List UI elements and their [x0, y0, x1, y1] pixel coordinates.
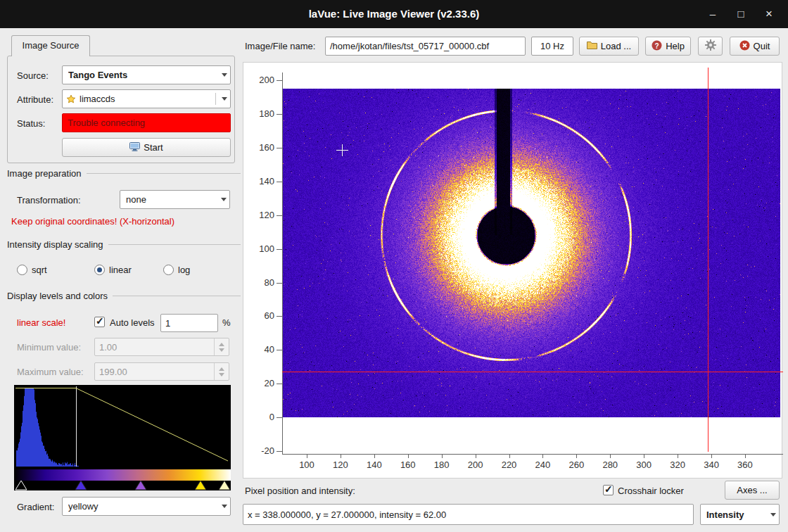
- quit-button-label: Quit: [754, 41, 770, 51]
- minimum-value-input[interactable]: 1.00: [94, 338, 229, 356]
- radio-log[interactable]: log: [163, 264, 190, 275]
- tab-image-source[interactable]: Image Source: [11, 35, 90, 56]
- gradient-combo[interactable]: yellowy: [62, 497, 231, 516]
- axes-button-label: Axes ...: [737, 485, 767, 495]
- file-name-label: Image/File name:: [245, 41, 315, 52]
- attribute-value: limaccds: [80, 94, 211, 104]
- x-tick-label: 200: [460, 460, 491, 471]
- start-button[interactable]: Start: [62, 138, 231, 157]
- chevron-down-icon: [222, 505, 227, 508]
- spinner-arrows-icon[interactable]: [214, 338, 224, 355]
- axes-button[interactable]: Axes ...: [725, 481, 780, 500]
- transformation-value: none: [126, 194, 218, 205]
- pixel-position-input[interactable]: x = 338.000000, y = 27.000000, intensity…: [243, 504, 694, 525]
- y-tick-label: 100: [243, 243, 274, 255]
- x-tick-label: 300: [628, 460, 659, 471]
- percent-label: %: [222, 317, 231, 329]
- radio-sqrt[interactable]: sqrt: [17, 264, 47, 275]
- status-field: Trouble connecting: [62, 113, 231, 132]
- diffraction-image-canvas[interactable]: [283, 89, 780, 417]
- x-tick-label: 100: [291, 460, 322, 471]
- y-tick-label: 20: [243, 378, 274, 389]
- refresh-rate-field[interactable]: 10 Hz: [531, 37, 573, 56]
- gradient-label: Gradient:: [17, 502, 54, 513]
- crosshair-locker-checkbox[interactable]: [603, 485, 614, 495]
- gradient-value: yellowy: [68, 501, 219, 512]
- x-tick-label: 220: [494, 460, 525, 471]
- quit-icon: [739, 40, 750, 53]
- y-tick-label: 140: [243, 176, 274, 187]
- x-tick-label: 340: [696, 460, 727, 471]
- radio-linear[interactable]: linear: [94, 264, 132, 275]
- coordinates-note: Keep original coordinates! (X-horizontal…: [11, 216, 174, 227]
- x-tick-label: 120: [325, 460, 356, 471]
- y-tick-label: 40: [243, 344, 274, 355]
- help-icon: ?: [652, 40, 662, 53]
- y-tick-label: 200: [243, 75, 274, 86]
- titlebar: laVue: Live Image Viewer (v2.33.6) – □ ×: [0, 0, 788, 28]
- x-tick-label: 140: [359, 460, 390, 471]
- window-title: laVue: Live Image Viewer (v2.33.6): [0, 0, 788, 28]
- x-tick-label: 240: [527, 460, 558, 471]
- y-tick-label: -20: [243, 445, 274, 457]
- auto-levels-input[interactable]: 1: [160, 314, 218, 332]
- intensity-scaling-header: Intensity display scaling: [7, 239, 241, 250]
- maximum-value-input[interactable]: 199.00: [94, 362, 229, 381]
- transformation-label: Transformation:: [17, 195, 81, 206]
- folder-icon: [587, 41, 597, 51]
- chevron-down-icon: [221, 198, 227, 201]
- mouse-crosshair-cursor: [336, 144, 348, 156]
- display-levels-header: Display levels and colors: [7, 291, 241, 301]
- maximize-button[interactable]: □: [732, 5, 750, 23]
- y-tick-label: 160: [243, 142, 274, 153]
- x-tick-label: 160: [393, 460, 424, 471]
- plot-area[interactable]: 200180160140120100806040200-201001201401…: [243, 62, 782, 479]
- settings-button[interactable]: [698, 37, 723, 56]
- x-tick-label: 260: [561, 460, 592, 471]
- close-button[interactable]: ×: [760, 5, 778, 23]
- source-combo[interactable]: Tango Events: [62, 65, 231, 84]
- histogram-widget[interactable]: [14, 385, 231, 490]
- auto-levels-label: Auto levels: [110, 317, 155, 329]
- load-button-label: Load ...: [601, 41, 631, 51]
- y-tick-label: 120: [243, 210, 274, 221]
- chevron-down-icon: [770, 513, 776, 517]
- star-icon: [66, 94, 76, 104]
- chevron-down-icon: [222, 73, 227, 77]
- scaling-radio-row: sqrtlinearlog: [0, 264, 242, 277]
- help-button[interactable]: ? Help: [645, 37, 691, 56]
- display-mode-combo[interactable]: Intensity: [700, 504, 780, 525]
- x-tick-label: 360: [730, 460, 761, 471]
- crosshair-horizontal[interactable]: [282, 372, 783, 372]
- histogram-canvas[interactable]: [14, 385, 231, 468]
- transformation-combo[interactable]: none: [120, 190, 230, 209]
- file-name-input[interactable]: /home/jkotan/files/tst_05717_00000.cbf: [325, 37, 526, 56]
- source-value: Tango Events: [68, 70, 219, 80]
- auto-levels-checkbox[interactable]: [94, 317, 105, 327]
- monitor-icon: [129, 142, 140, 153]
- minimize-button[interactable]: –: [704, 5, 722, 23]
- help-button-label: Help: [666, 41, 685, 51]
- x-tick-label: 180: [426, 460, 457, 471]
- x-tick-label: 280: [595, 460, 625, 471]
- scale-note: linear scale!: [17, 317, 65, 329]
- attribute-label: Attribute:: [17, 94, 53, 106]
- chevron-down-icon: [222, 97, 227, 101]
- crosshair-vertical[interactable]: [708, 68, 708, 452]
- display-mode-value: Intensity: [706, 509, 768, 520]
- svg-text:?: ?: [655, 42, 659, 49]
- pixel-position-label: Pixel position and intensity:: [245, 486, 355, 497]
- maximum-value-label: Maximum value:: [17, 367, 84, 378]
- spinner-arrows-icon[interactable]: [214, 363, 224, 380]
- crosshair-locker-label: Crosshair locker: [618, 486, 684, 497]
- gradient-markers[interactable]: [14, 479, 231, 490]
- load-button[interactable]: Load ...: [579, 37, 639, 56]
- attribute-combo[interactable]: limaccds: [62, 89, 231, 108]
- y-tick-label: 80: [243, 277, 274, 289]
- y-tick-label: 0: [243, 412, 274, 423]
- quit-button[interactable]: Quit: [730, 37, 780, 56]
- start-button-label: Start: [144, 142, 163, 153]
- image-preparation-header: Image preparation: [7, 168, 241, 179]
- y-tick-label: 60: [243, 310, 274, 322]
- x-axis-line: [282, 454, 783, 455]
